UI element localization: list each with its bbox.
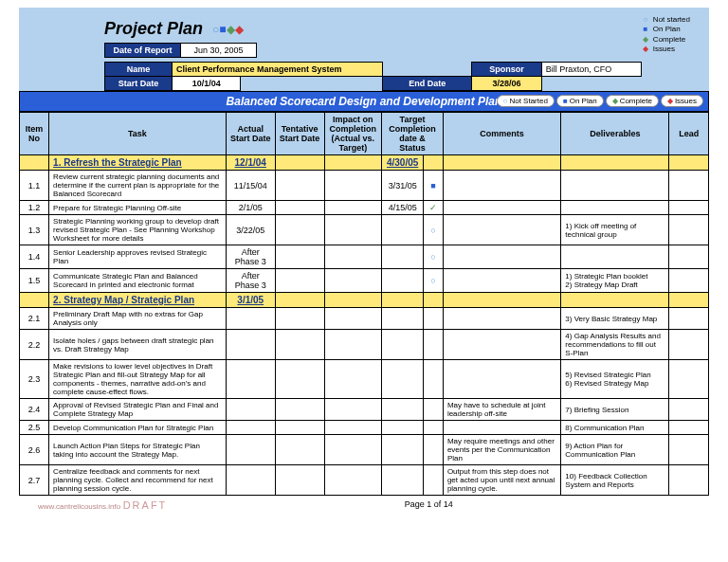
section-row: 1. Refresh the Strategic Plan12/1/044/30… <box>20 155 709 171</box>
table-row: 1.2 Prepare for Strategic Planning Off-s… <box>20 201 709 215</box>
header-comments: Comments <box>443 113 560 155</box>
start-date-label: Start Date <box>105 77 173 91</box>
header-item: Item No <box>20 113 49 155</box>
name-label: Name <box>105 63 173 77</box>
table-row: 1.3 Strategic Planning working group to … <box>20 215 709 245</box>
header-target: Target Completion date & Status <box>382 113 444 155</box>
table-row: 2.5 Develop Communication Plan for Strat… <box>20 421 709 435</box>
table-row: 1.5 Communicate Strategic Plan and Balan… <box>20 269 709 293</box>
name-value: Client Performance Management System <box>173 63 383 77</box>
sponsor-label: Sponsor <box>472 63 541 77</box>
main-table: Item No Task Actual Start Date Tentative… <box>19 112 709 496</box>
watermark: www.cantrellcousins.info DRAFT <box>38 499 167 511</box>
filter-issues[interactable]: ◆Issues <box>661 95 703 107</box>
table-row: 2.2 Isolate holes / gaps between draft s… <box>20 330 709 360</box>
legend: ○Not started ■On Plan ◆Complete ◆Issues <box>642 15 709 55</box>
page-title: Project Plan <box>104 19 203 39</box>
table-row: 2.1 Preliminary Draft Map with no extras… <box>20 308 709 330</box>
header-impact: Impact on Completion (Actual vs. Target) <box>324 113 382 155</box>
filter-on-plan[interactable]: ■On Plan <box>556 95 604 107</box>
header-task: Task <box>49 113 227 155</box>
date-report-label: Date of Report <box>105 44 181 58</box>
header-deliverables: Deliverables <box>561 113 669 155</box>
table-row: 2.4 Approval of Revised Strategic Plan a… <box>20 399 709 421</box>
end-date-label: End Date <box>383 77 472 91</box>
table-row: 1.4 Senior Leadership approves revised S… <box>20 245 709 269</box>
table-row: 2.6 Launch Action Plan Steps for Strateg… <box>20 435 709 465</box>
section-row: 2. Strategy Map / Strategic Plan3/1/05 <box>20 293 709 308</box>
filter-complete[interactable]: ◆Complete <box>606 95 659 107</box>
title-symbols: ○■◆◆ <box>212 23 244 36</box>
table-row: 2.7 Centralize feedback and comments for… <box>20 465 709 496</box>
filter-not-started[interactable]: ○Not Started <box>497 95 555 107</box>
table-row: 2.3 Make revisions to lower level object… <box>20 360 709 399</box>
sponsor-value: Bill Praxton, CFO <box>541 63 641 77</box>
header-lead: Lead <box>669 113 709 155</box>
header-tentative-start: Tentative Start Date <box>275 113 324 155</box>
table-row: 1.1 Review current strategic planning do… <box>20 171 709 201</box>
start-date-value: 10/1/04 <box>173 77 241 91</box>
header-actual-start: Actual Start Date <box>226 113 275 155</box>
end-date-value: 3/28/06 <box>472 77 541 91</box>
date-report-value: Jun 30, 2005 <box>181 44 257 58</box>
page-number: Page 1 of 14 <box>405 499 453 511</box>
